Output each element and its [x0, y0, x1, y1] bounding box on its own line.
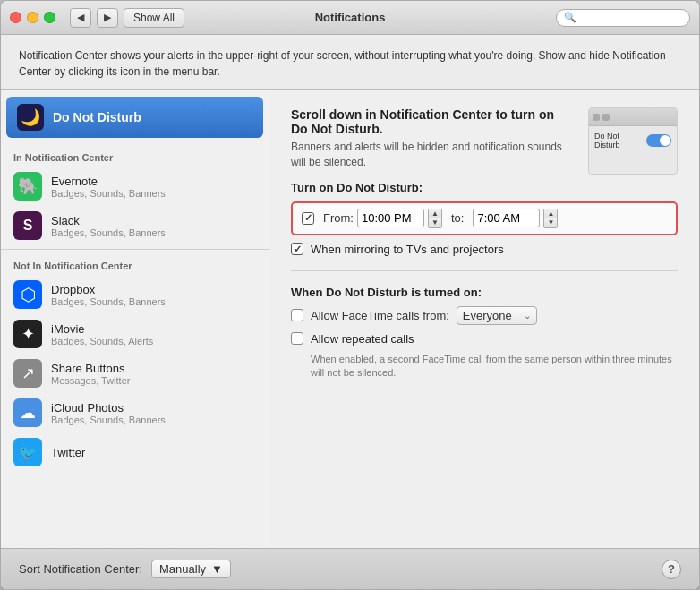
slack-info: Slack Badges, Sounds, Banners	[51, 214, 166, 238]
mirror-row: When mirroring to TVs and projectors	[291, 243, 678, 256]
to-time-value: 7:00 AM	[477, 211, 520, 225]
repeated-calls-note: When enabled, a second FaceTime call fro…	[291, 353, 678, 381]
sort-dropdown[interactable]: Manually ▼	[151, 560, 231, 578]
imovie-info: iMovie Badges, Sounds, Alerts	[51, 322, 153, 346]
evernote-icon: 🐘	[13, 172, 42, 201]
sidebar-item-share-buttons[interactable]: ↗ Share Buttons Messages, Twitter	[1, 354, 269, 393]
sidebar-item-slack[interactable]: S Slack Badges, Sounds, Banners	[1, 206, 269, 245]
repeated-calls-row: Allow repeated calls	[291, 332, 678, 346]
time-row: From: 10:00 PM ▲ ▼ to: 7:00 AM	[291, 201, 678, 235]
sidebar-item-evernote[interactable]: 🐘 Evernote Badges, Sounds, Banners	[1, 167, 269, 206]
scroll-section: Do Not Disturb Scroll down in Notificati…	[291, 107, 678, 181]
dnd-on-title: When Do Not Disturb is turned on:	[291, 286, 678, 299]
dropbox-info: Dropbox Badges, Sounds, Banners	[51, 283, 166, 307]
maximize-button[interactable]	[44, 12, 55, 23]
section-divider	[291, 270, 678, 271]
icloud-info: iCloud Photos Badges, Sounds, Banners	[51, 401, 166, 425]
evernote-subtitle: Badges, Sounds, Banners	[51, 188, 166, 199]
dropbox-subtitle: Badges, Sounds, Banners	[51, 296, 166, 307]
dropbox-name: Dropbox	[51, 283, 166, 296]
facetime-row: Allow FaceTime calls from: Everyone ⌄	[291, 306, 678, 325]
search-box[interactable]: 🔍	[556, 9, 690, 27]
sharebtn-info: Share Buttons Messages, Twitter	[51, 362, 130, 386]
from-time-input[interactable]: 10:00 PM	[357, 209, 424, 227]
help-button[interactable]: ?	[662, 560, 681, 579]
from-increment[interactable]: ▲	[429, 209, 441, 218]
sharebtn-name: Share Buttons	[51, 362, 130, 375]
traffic-lights	[10, 12, 55, 23]
twitter-icon: 🐦	[13, 438, 42, 466]
sort-dropdown-arrow-icon: ▼	[211, 562, 223, 576]
sidebar-item-twitter[interactable]: 🐦 Twitter	[1, 432, 269, 472]
back-button[interactable]: ◀	[70, 8, 91, 28]
show-all-button[interactable]: Show All	[124, 8, 184, 28]
dnd-preview: Do Not Disturb	[588, 107, 678, 175]
sort-value: Manually	[159, 562, 206, 576]
minimize-button[interactable]	[27, 12, 38, 23]
right-panel: Do Not Disturb Scroll down in Notificati…	[269, 90, 699, 548]
from-checkbox[interactable]	[302, 212, 314, 225]
bottom-bar: Sort Notification Center: Manually ▼ ?	[1, 548, 699, 589]
from-time-value: 10:00 PM	[362, 211, 412, 225]
sidebar-item-dropbox[interactable]: ⬡ Dropbox Badges, Sounds, Banners	[1, 275, 269, 314]
icloud-subtitle: Badges, Sounds, Banners	[51, 415, 166, 425]
moon-icon: 🌙	[21, 107, 40, 127]
facetime-checkbox[interactable]	[291, 309, 303, 321]
close-button[interactable]	[10, 12, 21, 23]
preview-dnd-label: Do Not Disturb	[594, 132, 646, 150]
to-label: to:	[451, 211, 464, 225]
preview-toggle	[646, 134, 671, 147]
facetime-label: Allow FaceTime calls from:	[311, 309, 449, 322]
forward-button[interactable]: ▶	[97, 8, 118, 28]
nav-buttons: ◀ ▶ Show All	[70, 8, 184, 28]
evernote-name: Evernote	[51, 175, 166, 188]
to-decrement[interactable]: ▼	[544, 218, 557, 227]
from-stepper[interactable]: ▲ ▼	[428, 209, 442, 228]
sharebtn-subtitle: Messages, Twitter	[51, 375, 130, 386]
imovie-name: iMovie	[51, 322, 153, 336]
window-title: Notifications	[315, 11, 386, 24]
sidebar-item-imovie[interactable]: ✦ iMovie Badges, Sounds, Alerts	[1, 314, 269, 354]
sharebtn-icon: ↗	[13, 359, 42, 388]
main-content: 🌙 Do Not Disturb In Notification Center …	[1, 90, 699, 548]
imovie-icon: ✦	[13, 320, 42, 348]
preview-dnd-row: Do Not Disturb	[589, 126, 677, 150]
preview-bar	[589, 108, 677, 126]
sidebar-item-do-not-disturb[interactable]: 🌙 Do Not Disturb	[6, 97, 263, 138]
preview-toggle-knob	[660, 135, 670, 146]
mirror-checkbox[interactable]	[291, 243, 303, 255]
to-time-input[interactable]: 7:00 AM	[473, 209, 540, 227]
dropbox-icon: ⬡	[13, 280, 42, 309]
repeated-calls-checkbox[interactable]	[291, 332, 303, 345]
facetime-dropdown[interactable]: Everyone ⌄	[457, 306, 537, 325]
titlebar: ◀ ▶ Show All Notifications 🔍	[1, 1, 699, 35]
icloud-name: iCloud Photos	[51, 401, 166, 415]
slack-icon: S	[13, 211, 42, 240]
from-field: From: 10:00 PM ▲ ▼	[323, 209, 442, 228]
from-decrement[interactable]: ▼	[429, 218, 441, 227]
section-header-not-in: Not In Notification Center	[1, 253, 269, 275]
to-field: 7:00 AM ▲ ▼	[473, 209, 558, 228]
repeated-calls-label: Allow repeated calls	[311, 332, 414, 346]
to-increment[interactable]: ▲	[544, 209, 557, 218]
preview-icon-2	[602, 114, 610, 121]
facetime-option-value: Everyone	[463, 309, 512, 322]
mirror-label: When mirroring to TVs and projectors	[311, 243, 504, 256]
slack-name: Slack	[51, 214, 166, 227]
turn-on-section: Turn on Do Not Disturb: From: 10:00 PM ▲…	[291, 181, 678, 256]
turn-on-label: Turn on Do Not Disturb:	[291, 181, 678, 194]
dnd-icon: 🌙	[17, 104, 44, 131]
sort-label: Sort Notification Center:	[19, 562, 142, 576]
dropdown-arrow-icon: ⌄	[524, 311, 531, 321]
evernote-info: Evernote Badges, Sounds, Banners	[51, 175, 166, 199]
sidebar-item-icloud-photos[interactable]: ☁ iCloud Photos Badges, Sounds, Banners	[1, 393, 269, 432]
search-icon: 🔍	[564, 12, 576, 23]
twitter-info: Twitter	[51, 446, 85, 459]
twitter-name: Twitter	[51, 446, 85, 459]
main-window: ◀ ▶ Show All Notifications 🔍 Notificatio…	[0, 0, 700, 590]
dnd-on-section: When Do Not Disturb is turned on: Allow …	[291, 286, 678, 381]
to-stepper[interactable]: ▲ ▼	[543, 209, 558, 228]
description-text: Notification Center shows your alerts in…	[1, 35, 699, 90]
dnd-label: Do Not Disturb	[53, 110, 141, 124]
slack-subtitle: Badges, Sounds, Banners	[51, 227, 166, 238]
